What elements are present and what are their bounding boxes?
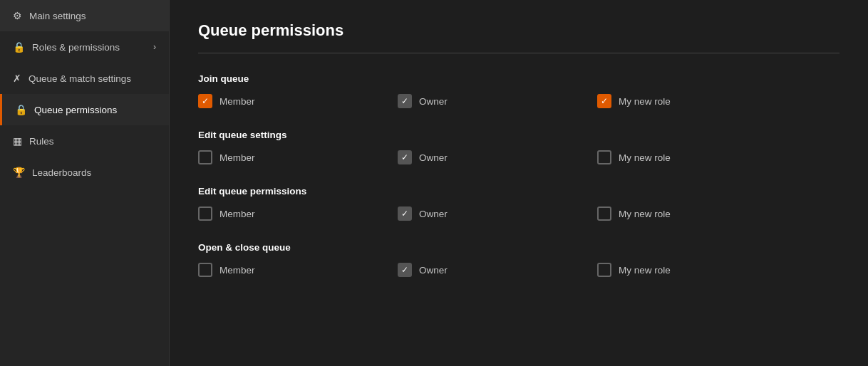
checkbox-edit-queue-settings-member[interactable] <box>198 150 212 164</box>
sidebar-item-label-roles-permissions: Roles & permissions <box>32 42 120 53</box>
sidebar-item-roles-permissions[interactable]: 🔒Roles & permissions› <box>0 31 169 63</box>
checkbox-open-close-queue-my-new-role[interactable] <box>597 263 611 277</box>
main-content: Queue permissions Join queue✓Member✓Owne… <box>170 0 868 366</box>
permission-item-join-queue-my-new-role[interactable]: ✓My new role <box>597 94 797 108</box>
permission-label-join-queue-member: Member <box>219 96 255 107</box>
checkbox-open-close-queue-owner[interactable]: ✓ <box>398 263 412 277</box>
section-label-open-close-queue: Open & close queue <box>198 242 839 253</box>
checkbox-edit-queue-permissions-member[interactable] <box>198 206 212 221</box>
permission-item-edit-queue-settings-my-new-role[interactable]: My new role <box>597 150 797 164</box>
permission-label-edit-queue-permissions-owner: Owner <box>419 209 448 219</box>
checkbox-edit-queue-settings-my-new-role[interactable] <box>597 150 611 164</box>
permission-label-edit-queue-permissions-my-new-role: My new role <box>619 209 671 219</box>
sidebar-item-label-queue-match-settings: Queue & match settings <box>29 73 131 84</box>
sidebar-item-label-leaderboards: Leaderboards <box>32 167 91 178</box>
divider <box>198 53 839 53</box>
section-edit-queue-settings: Edit queue settingsMember✓OwnerMy new ro… <box>198 130 839 164</box>
main-settings-icon: ⚙ <box>13 10 22 21</box>
permission-row-join-queue: ✓Member✓Owner✓My new role <box>198 94 839 108</box>
checkmark-icon: ✓ <box>401 209 408 218</box>
permission-row-edit-queue-settings: Member✓OwnerMy new role <box>198 150 839 164</box>
rules-icon: ▦ <box>13 135 22 147</box>
checkmark-icon: ✓ <box>401 97 408 105</box>
queue-permissions-icon: 🔒 <box>15 104 27 115</box>
section-label-edit-queue-permissions: Edit queue permissions <box>198 186 839 197</box>
section-label-join-queue: Join queue <box>198 73 839 84</box>
permission-label-open-close-queue-member: Member <box>219 265 255 276</box>
checkbox-edit-queue-permissions-my-new-role[interactable] <box>597 206 611 221</box>
sidebar-item-rules[interactable]: ▦Rules <box>0 125 169 157</box>
chevron-right-icon: › <box>153 42 156 52</box>
permission-item-edit-queue-permissions-my-new-role[interactable]: My new role <box>597 206 797 221</box>
permission-item-open-close-queue-my-new-role[interactable]: My new role <box>597 263 797 277</box>
checkmark-icon: ✓ <box>202 97 209 105</box>
leaderboards-icon: 🏆 <box>13 167 25 178</box>
permission-label-edit-queue-settings-member: Member <box>219 152 255 163</box>
roles-permissions-icon: 🔒 <box>13 41 25 53</box>
sidebar: ⚙Main settings🔒Roles & permissions›✗Queu… <box>0 0 170 366</box>
permission-item-open-close-queue-owner[interactable]: ✓Owner <box>398 263 597 277</box>
sidebar-item-queue-permissions[interactable]: 🔒Queue permissions <box>0 94 169 125</box>
permission-label-edit-queue-settings-owner: Owner <box>419 152 448 163</box>
permission-label-join-queue-my-new-role: My new role <box>619 96 671 107</box>
permission-item-join-queue-owner[interactable]: ✓Owner <box>398 94 597 108</box>
permission-label-open-close-queue-owner: Owner <box>419 265 448 276</box>
checkbox-open-close-queue-member[interactable] <box>198 263 212 277</box>
checkbox-edit-queue-settings-owner[interactable]: ✓ <box>398 150 412 164</box>
checkmark-icon: ✓ <box>601 97 608 105</box>
sidebar-item-label-rules: Rules <box>29 136 54 147</box>
permission-row-open-close-queue: Member✓OwnerMy new role <box>198 263 839 277</box>
permission-label-edit-queue-settings-my-new-role: My new role <box>619 152 671 163</box>
permission-label-open-close-queue-my-new-role: My new role <box>619 265 671 276</box>
permission-item-edit-queue-settings-member[interactable]: Member <box>198 150 398 164</box>
permission-item-join-queue-member[interactable]: ✓Member <box>198 94 398 108</box>
checkmark-icon: ✓ <box>401 266 408 274</box>
sidebar-item-label-main-settings: Main settings <box>29 11 86 21</box>
section-open-close-queue: Open & close queueMember✓OwnerMy new rol… <box>198 242 839 277</box>
permission-label-edit-queue-permissions-member: Member <box>219 209 255 219</box>
sidebar-item-label-queue-permissions: Queue permissions <box>34 105 117 115</box>
checkbox-join-queue-owner[interactable]: ✓ <box>398 94 412 108</box>
sidebar-item-leaderboards[interactable]: 🏆Leaderboards <box>0 157 169 188</box>
checkbox-join-queue-member[interactable]: ✓ <box>198 94 212 108</box>
page-title: Queue permissions <box>198 21 839 40</box>
checkbox-join-queue-my-new-role[interactable]: ✓ <box>597 94 611 108</box>
permissions-container: Join queue✓Member✓Owner✓My new roleEdit … <box>198 73 839 277</box>
permission-item-edit-queue-settings-owner[interactable]: ✓Owner <box>398 150 597 164</box>
permission-item-open-close-queue-member[interactable]: Member <box>198 263 398 277</box>
section-join-queue: Join queue✓Member✓Owner✓My new role <box>198 73 839 108</box>
permission-item-edit-queue-permissions-member[interactable]: Member <box>198 206 398 221</box>
queue-match-settings-icon: ✗ <box>13 73 21 84</box>
permission-item-edit-queue-permissions-owner[interactable]: ✓Owner <box>398 206 597 221</box>
sidebar-item-queue-match-settings[interactable]: ✗Queue & match settings <box>0 63 169 94</box>
section-edit-queue-permissions: Edit queue permissionsMember✓OwnerMy new… <box>198 186 839 221</box>
checkmark-icon: ✓ <box>401 153 408 162</box>
sidebar-item-main-settings[interactable]: ⚙Main settings <box>0 0 169 31</box>
permission-label-join-queue-owner: Owner <box>419 96 448 107</box>
permission-row-edit-queue-permissions: Member✓OwnerMy new role <box>198 206 839 221</box>
checkbox-edit-queue-permissions-owner[interactable]: ✓ <box>398 206 412 221</box>
section-label-edit-queue-settings: Edit queue settings <box>198 130 839 140</box>
